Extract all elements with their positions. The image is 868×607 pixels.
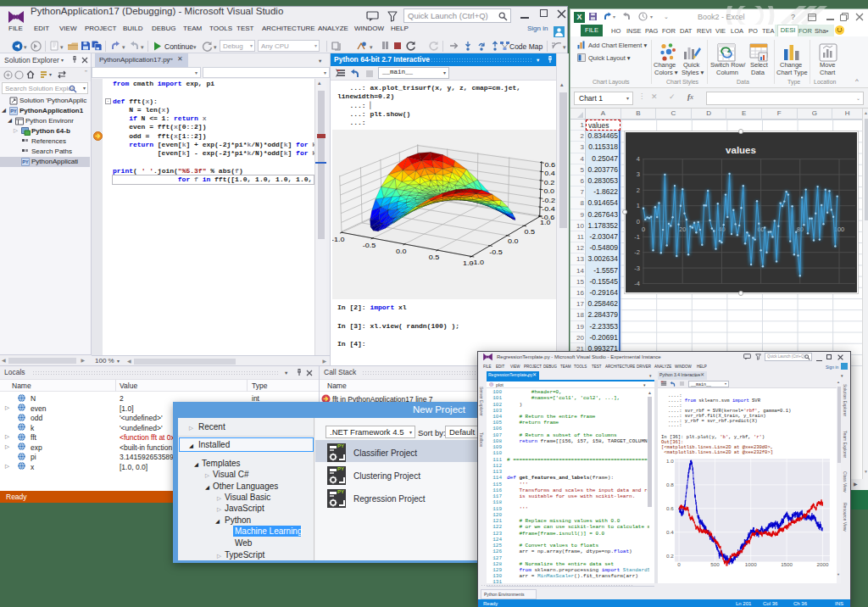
- svg-text:80: 80: [797, 226, 804, 233]
- svg-text:PY: PY: [10, 109, 17, 114]
- svg-text:0: 0: [637, 218, 640, 226]
- svg-text:-0.2: -0.2: [542, 196, 556, 203]
- svg-text:0: 0: [642, 226, 645, 233]
- svg-text:0.4: 0.4: [666, 529, 674, 535]
- svg-text:PY: PY: [22, 159, 29, 164]
- svg-text:0: 0: [677, 561, 681, 567]
- svg-text:0.0: 0.0: [396, 247, 407, 254]
- svg-text:1500: 1500: [781, 561, 793, 567]
- svg-text:0.5: 0.5: [525, 228, 536, 236]
- svg-text:20: 20: [679, 226, 686, 233]
- svg-text:2000: 2000: [816, 561, 828, 567]
- svg-text:-0.5: -0.5: [489, 248, 503, 255]
- svg-text:0.0: 0.0: [543, 187, 554, 195]
- svg-text:1.0: 1.0: [666, 458, 674, 464]
- svg-text:-1: -1: [634, 233, 640, 241]
- svg-text:500: 500: [710, 561, 720, 567]
- svg-text:-0.4: -0.4: [542, 205, 555, 213]
- svg-text:-1.0: -1.0: [471, 259, 485, 266]
- svg-text:60: 60: [757, 226, 764, 233]
- svg-text:-3: -3: [634, 265, 640, 272]
- svg-text:0.6: 0.6: [545, 160, 556, 168]
- svg-text:-2: -2: [634, 248, 640, 256]
- svg-text:2: 2: [637, 187, 640, 194]
- svg-text:-0.6: -0.6: [542, 214, 555, 221]
- svg-text:0.5: 0.5: [429, 253, 440, 261]
- svg-text:0.8: 0.8: [666, 482, 674, 487]
- svg-text:1: 1: [637, 202, 640, 209]
- svg-text:0.4: 0.4: [544, 170, 555, 177]
- svg-text:3: 3: [637, 170, 640, 178]
- svg-text:0.2: 0.2: [544, 178, 555, 186]
- svg-text:values: values: [726, 145, 756, 155]
- svg-text:-4: -4: [634, 280, 640, 287]
- svg-text:0.6: 0.6: [666, 505, 674, 511]
- svg-text:0.2: 0.2: [666, 553, 674, 559]
- svg-text:4: 4: [637, 155, 640, 163]
- svg-text:-0.5: -0.5: [363, 241, 376, 248]
- svg-text:0.0: 0.0: [508, 237, 519, 245]
- svg-text:1000: 1000: [745, 561, 757, 567]
- svg-text:-1.0: -1.0: [332, 235, 345, 242]
